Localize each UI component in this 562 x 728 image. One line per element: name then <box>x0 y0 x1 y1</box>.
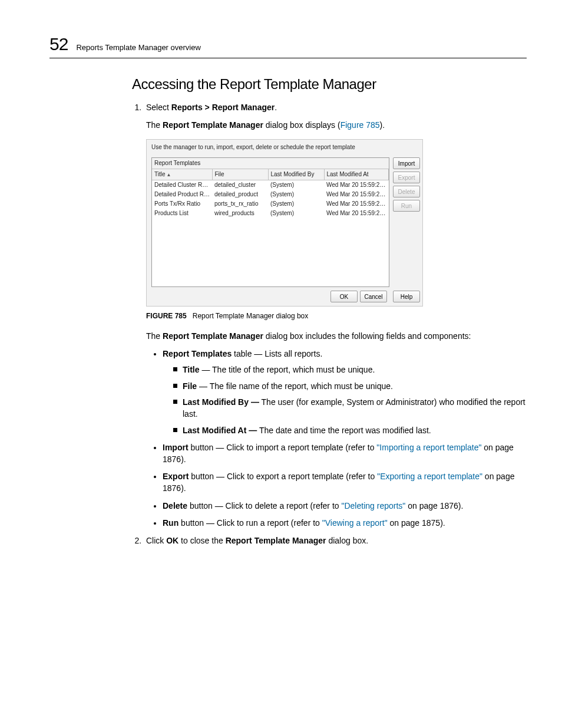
list-item: Import button — Click to import a report… <box>163 442 527 465</box>
col-modified-at[interactable]: Last Modified At <box>324 169 389 180</box>
desc-post: dialog box includes the following fields… <box>263 331 471 341</box>
step1-post: . <box>275 103 277 112</box>
desc-bold: Report Template Manager <box>163 331 263 341</box>
table-title: Report Templates <box>152 158 389 169</box>
desc-pre: The <box>146 331 163 341</box>
section-heading: Accessing the Report Template Manager <box>132 76 527 93</box>
list-item: Last Modified By — The user (for example… <box>173 397 527 420</box>
report-template-manager-dialog: Use the manager to run, import, export, … <box>146 139 423 307</box>
figure-caption-text: Report Template Manager dialog box <box>193 312 309 320</box>
run-button[interactable]: Run <box>393 200 420 212</box>
delete-button[interactable]: Delete <box>393 186 420 197</box>
view-report-link[interactable]: "Viewing a report" <box>322 518 388 528</box>
figure-ref-link[interactable]: Figure 785 <box>340 120 380 130</box>
table-row[interactable]: Detailed Cluster Report detailed_cluster… <box>152 180 389 190</box>
page-number: 52 <box>49 34 68 54</box>
col-modified-by[interactable]: Last Modified By <box>268 169 324 180</box>
table-row[interactable]: Detailed Product Report detailed_product… <box>152 190 389 199</box>
col-title[interactable]: Title▲ <box>152 169 212 180</box>
list-item: Last Modified At — The date and time the… <box>173 425 527 437</box>
sort-asc-icon: ▲ <box>167 172 171 178</box>
figure-caption: FIGURE 785 Report Template Manager dialo… <box>146 311 527 321</box>
step1-result-pre: The <box>146 120 163 130</box>
delete-reports-link[interactable]: "Deleting reports" <box>342 501 406 510</box>
list-item: Run button — Click to run a report (refe… <box>163 518 527 529</box>
step-2: Click OK to close the Report Template Ma… <box>144 535 527 547</box>
step1-result-bold: Report Template Manager <box>163 120 263 130</box>
import-template-link[interactable]: "Importing a report template" <box>376 443 481 452</box>
help-button[interactable]: Help <box>393 291 420 302</box>
figure-785: Use the manager to run, import, export, … <box>146 139 527 307</box>
export-button[interactable]: Export <box>393 172 420 183</box>
step-1: Select Reports > Report Manager. The Rep… <box>144 102 527 529</box>
chapter-title: Reports Template Manager overview <box>76 43 200 52</box>
step1-result-post2: ). <box>380 120 385 130</box>
import-button[interactable]: Import <box>393 157 420 169</box>
step1-bold: Reports > Report Manager <box>171 103 275 112</box>
report-templates-table: Report Templates Title▲ File <box>151 157 389 287</box>
dialog-instruction: Use the manager to run, import, export, … <box>151 143 420 151</box>
page-header: 52 Reports Template Manager overview <box>49 34 527 58</box>
list-item: Delete button — Click to delete a report… <box>163 500 527 512</box>
table-row[interactable]: Products List wired_products (System) We… <box>152 209 389 218</box>
cancel-button[interactable]: Cancel <box>360 291 387 302</box>
step1-result-post1: dialog box displays ( <box>263 120 340 130</box>
ok-button[interactable]: OK <box>330 291 358 302</box>
step1-pre: Select <box>146 103 171 112</box>
list-item: Export button — Click to export a report… <box>163 471 527 494</box>
col-file[interactable]: File <box>212 169 268 180</box>
list-item: Title — The title of the report, which m… <box>173 364 527 376</box>
list-item: File — The file name of the report, whic… <box>173 381 527 393</box>
export-template-link[interactable]: "Exporting a report template" <box>377 472 482 481</box>
table-row[interactable]: Ports Tx/Rx Ratio ports_tx_rx_ratio (Sys… <box>152 199 389 209</box>
list-item: Report Templates table — Lists all repor… <box>163 348 527 437</box>
figure-number: FIGURE 785 <box>146 312 187 320</box>
